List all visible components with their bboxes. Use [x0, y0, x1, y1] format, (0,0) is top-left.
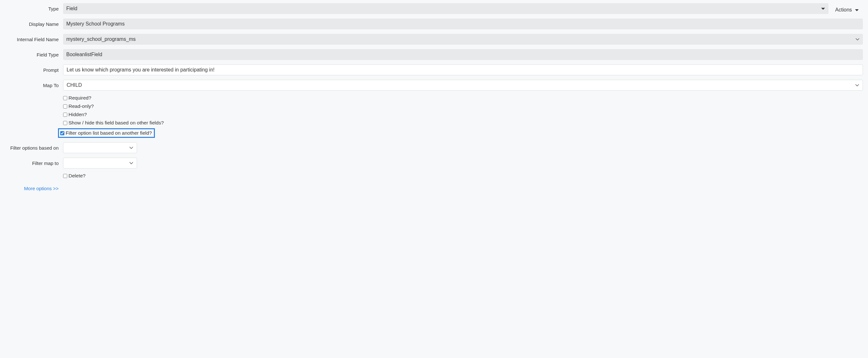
read-only-checkbox[interactable] — [63, 104, 67, 109]
hidden-checkbox[interactable] — [63, 113, 67, 117]
chevron-down-icon — [855, 8, 859, 12]
internal-field-name-value: mystery_school_programs_ms — [66, 36, 136, 42]
type-select[interactable]: Field — [63, 3, 829, 14]
field-type-value: BooleanlistField — [66, 52, 102, 57]
field-type-field: BooleanlistField — [63, 49, 863, 60]
label-filter-options-based-on: Filter options based on — [5, 145, 63, 150]
filter-option-label: Filter option list based on another fiel… — [66, 130, 152, 136]
filter-option-highlight: Filter option list based on another fiel… — [58, 128, 155, 138]
map-to-value: CHILD — [67, 82, 82, 88]
label-prompt: Prompt — [5, 67, 63, 73]
filter-options-select[interactable] — [63, 142, 137, 153]
chevron-down-icon — [129, 161, 133, 165]
display-name-value: Mystery School Programs — [66, 21, 125, 27]
filter-option-checkbox[interactable] — [60, 131, 64, 135]
label-field-type: Field Type — [5, 52, 63, 57]
chevron-down-icon — [821, 6, 825, 11]
hidden-label: Hidden? — [68, 112, 87, 117]
chevron-down-icon — [129, 145, 133, 150]
required-label: Required? — [68, 95, 91, 101]
chevron-down-icon — [855, 37, 860, 42]
required-checkbox[interactable] — [63, 96, 67, 100]
type-value: Field — [66, 6, 78, 11]
more-options-link[interactable]: More options >> — [24, 186, 59, 191]
map-to-select[interactable]: CHILD — [63, 80, 863, 91]
internal-field-name-select[interactable]: mystery_school_programs_ms — [63, 34, 863, 45]
filter-map-to-select[interactable] — [63, 158, 137, 168]
chevron-down-icon — [855, 83, 859, 87]
delete-checkbox[interactable] — [63, 174, 67, 178]
label-type: Type — [5, 6, 63, 11]
label-filter-map-to: Filter map to — [5, 161, 63, 166]
label-display-name: Display Name — [5, 21, 63, 27]
prompt-input[interactable] — [63, 64, 863, 75]
show-hide-label: Show / hide this field based on other fi… — [68, 120, 164, 126]
delete-label: Delete? — [68, 173, 85, 179]
actions-label: Actions — [835, 7, 852, 12]
read-only-label: Read-only? — [68, 103, 94, 109]
show-hide-checkbox[interactable] — [63, 121, 67, 125]
display-name-field[interactable]: Mystery School Programs — [63, 19, 863, 29]
label-map-to: Map To — [5, 83, 63, 88]
label-internal-field-name: Internal Field Name — [5, 37, 63, 42]
actions-menu[interactable]: Actions — [835, 7, 859, 13]
